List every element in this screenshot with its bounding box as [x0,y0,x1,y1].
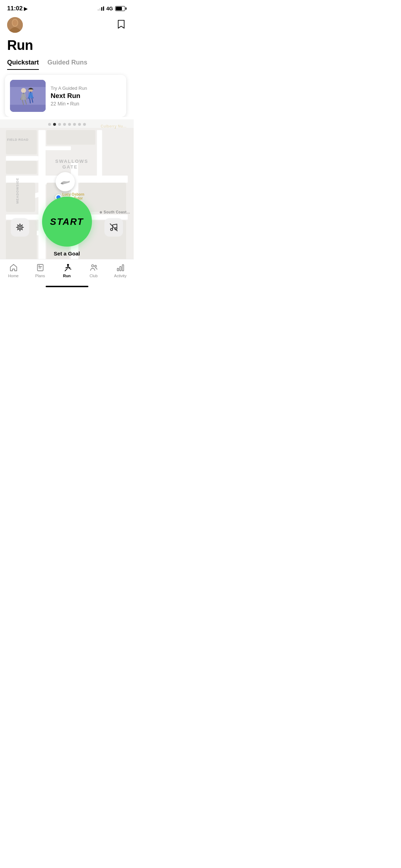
dot-6 [73,123,76,126]
svg-point-28 [18,225,22,230]
signal-bars [98,6,104,11]
start-button[interactable]: START [42,197,92,247]
dot-7 [78,123,81,126]
svg-rect-37 [120,267,121,271]
nav-home[interactable]: Home [0,263,27,278]
svg-rect-36 [117,268,119,271]
settings-button[interactable] [11,218,29,237]
nav-club-label: Club [89,274,98,278]
dot-3 [58,123,61,126]
svg-rect-5 [10,87,46,105]
map-label-swallows: SWALLOWS [55,159,88,164]
settings-icon [16,223,24,232]
nav-run-label: Run [63,274,71,278]
page-title-section: Run [0,35,134,55]
run-icon [62,263,72,272]
nav-home-label: Home [8,274,19,278]
battery [115,6,127,11]
svg-rect-20 [47,130,96,145]
carousel-dots [0,119,134,128]
battery-fill [116,7,122,10]
tabs: Quickstart Guided Runs [0,55,134,70]
card-section: Try A Guided Run Next Run 22 Min • Run [0,70,134,117]
nav-club[interactable]: Club [80,263,107,278]
avatar-image [7,17,23,33]
map-label-southcoast: ⊕ South Coast... [99,210,130,214]
activity-icon [116,263,125,272]
dot-2 [53,123,56,126]
svg-point-2 [12,20,17,26]
battery-tip [125,7,127,10]
music-off-icon [109,223,118,232]
map-label-gate: GATE [62,164,78,170]
dot-8 [83,123,86,126]
nav-run[interactable]: Run [53,263,80,278]
header [0,14,134,35]
shoe-marker [56,172,75,191]
dot-4 [63,123,66,126]
status-bar: 11:02 ▶ 4G [0,0,134,14]
bottom-nav: Home Plans Run [0,259,134,289]
svg-rect-38 [122,265,124,271]
music-toggle-button[interactable] [104,218,123,237]
svg-rect-17 [45,146,71,150]
home-icon [9,263,18,272]
status-time: 11:02 ▶ [7,5,27,12]
tab-guided-runs[interactable]: Guided Runs [47,59,87,70]
card-image [10,80,46,112]
signal-bar-3 [101,7,102,11]
club-icon [89,263,98,272]
map-label-meadowside: MEADOWSIDE [16,178,19,204]
nav-activity[interactable]: Activity [107,263,134,278]
page-title: Run [7,38,127,53]
home-indicator [46,286,88,287]
time-text: 11:02 [7,5,22,12]
card-label: Try A Guided Run [51,86,121,91]
bookmark-button[interactable] [116,20,127,30]
map-label-field: FIELD ROAD [7,138,29,141]
dot-5 [68,123,71,126]
bookmark-icon [117,20,125,30]
signal-bar-4 [103,6,104,11]
svg-rect-32 [37,264,43,271]
signal-bar-2 [99,8,101,11]
dot-1 [48,123,51,126]
location-arrow-icon: ▶ [24,6,27,11]
svg-point-35 [94,265,96,267]
tab-quickstart[interactable]: Quickstart [7,59,39,70]
svg-rect-19 [6,161,37,174]
svg-point-34 [92,265,94,267]
svg-point-27 [19,226,21,228]
svg-rect-18 [6,130,37,154]
network-label: 4G [106,6,113,11]
nav-plans[interactable]: Plans [27,263,53,278]
svg-rect-16 [6,156,38,161]
svg-point-29 [110,228,113,231]
svg-point-6 [21,88,26,93]
card-meta: 22 Min • Run [51,101,121,107]
guided-run-card[interactable]: Try A Guided Run Next Run 22 Min • Run [5,75,126,117]
status-right: 4G [98,6,127,11]
plans-icon [36,263,45,272]
card-content: Try A Guided Run Next Run 22 Min • Run [51,86,121,107]
avatar[interactable] [7,17,23,33]
set-goal-button[interactable]: Set a Goal [54,250,80,257]
card-title: Next Run [51,92,121,100]
signal-bar-1 [98,9,99,11]
svg-rect-23 [6,183,35,212]
start-button-label: START [50,216,83,227]
nav-plans-label: Plans [35,274,45,278]
nav-activity-label: Activity [114,274,127,278]
battery-body [115,6,125,11]
